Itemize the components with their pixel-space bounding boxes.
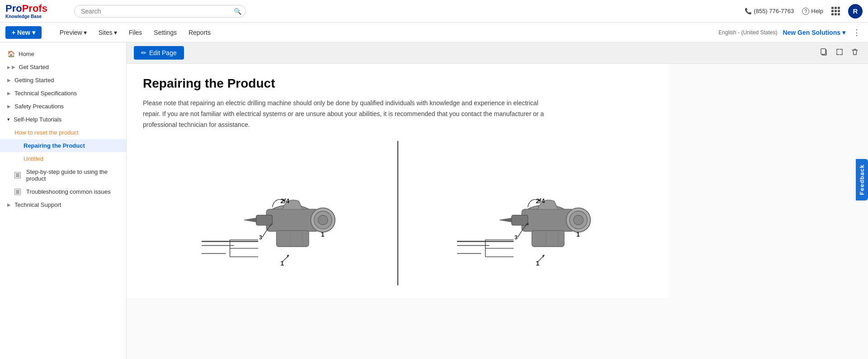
delete-icon-button[interactable]: [849, 46, 861, 60]
nav-preview-label: Preview: [60, 29, 82, 36]
top-nav-right: 📞 (855) 776-7763 ? Help R: [745, 4, 863, 19]
expand-icon: [835, 48, 844, 56]
self-help-chevron-icon: ▾: [7, 117, 10, 122]
sidebar-item-technical-support-label: Technical Support: [14, 201, 61, 208]
nav-sites[interactable]: Sites ▾: [93, 26, 123, 39]
svg-point-39: [573, 215, 583, 225]
sidebar-item-troubleshooting-label: Troubleshooting common issues: [26, 188, 111, 195]
search-bar: 🔍: [74, 5, 246, 18]
sidebar-item-home-label: Home: [19, 51, 34, 57]
help-label: Help: [811, 8, 823, 14]
sidebar-item-troubleshooting[interactable]: Troubleshooting common issues: [0, 185, 126, 198]
sidebar-item-technical-specs-label: Technical Specifications: [14, 90, 77, 97]
nav-files-label: Files: [129, 29, 142, 36]
tech-specs-chevron-icon: ▶: [7, 91, 11, 96]
sites-chevron-icon: ▾: [114, 29, 117, 36]
nav-preview[interactable]: Preview ▾: [54, 26, 92, 39]
step-by-step-doc-icon: [14, 172, 21, 178]
logo-text: ProProfs: [5, 4, 47, 14]
trash-icon: [851, 48, 859, 56]
top-nav: ProProfs Knowledge Base 🔍 📞 (855) 776-77…: [0, 0, 868, 23]
new-chevron-icon: ▾: [32, 29, 35, 36]
page-title: Repairing the Product: [143, 76, 653, 91]
help-link[interactable]: ? Help: [802, 8, 823, 15]
copy-icon: [820, 48, 828, 56]
sidebar-item-getting-started[interactable]: ▶ Getting Started: [0, 74, 126, 87]
feedback-tab[interactable]: Feedback: [856, 159, 868, 200]
nav-sites-label: Sites: [99, 29, 113, 36]
svg-text:2/4: 2/4: [536, 197, 545, 205]
brand-dropdown[interactable]: New Gen Solutions ▾: [783, 29, 845, 36]
drill-panel-right: 3 2/4 1 1: [398, 141, 653, 285]
search-input[interactable]: [74, 5, 246, 18]
svg-marker-12: [244, 218, 256, 222]
content-toolbar: ✏ Edit Page: [127, 42, 868, 64]
nav-settings[interactable]: Settings: [148, 26, 182, 39]
page-content: Repairing the Product Please note that r…: [127, 64, 669, 298]
nav-reports[interactable]: Reports: [183, 26, 216, 39]
main-layout: 🏠 Home ▶ Get Started ▶ Getting Started ▶…: [0, 42, 868, 359]
second-nav-links: Preview ▾ Sites ▾ Files Settings Reports: [54, 26, 216, 39]
pencil-icon: ✏: [141, 49, 146, 56]
sidebar-item-home[interactable]: 🏠 Home: [0, 47, 126, 61]
phone-link[interactable]: 📞 (855) 776-7763: [745, 8, 794, 14]
troubleshooting-doc-icon: [14, 189, 21, 195]
sidebar-item-technical-specs[interactable]: ▶ Technical Specifications: [0, 87, 126, 100]
second-nav: + New ▾ Preview ▾ Sites ▾ Files Settings…: [0, 23, 868, 42]
svg-rect-1: [821, 49, 826, 54]
svg-rect-13: [276, 231, 309, 247]
page-description: Please note that repairing an electric d…: [143, 98, 550, 130]
edit-page-button[interactable]: ✏ Edit Page: [134, 46, 184, 60]
logo: ProProfs Knowledge Base: [5, 4, 47, 19]
new-button[interactable]: + New ▾: [5, 26, 42, 39]
sidebar-item-technical-support[interactable]: ▶ Technical Support: [0, 198, 126, 211]
content-area: ✏ Edit Page: [127, 42, 868, 359]
avatar[interactable]: R: [848, 4, 863, 19]
preview-chevron-icon: ▾: [84, 29, 87, 36]
svg-text:1: 1: [321, 231, 324, 238]
brand-name: New Gen Solutions: [783, 29, 840, 36]
safety-chevron-icon: ▶: [7, 104, 11, 109]
logo-area: ProProfs Knowledge Base: [5, 4, 69, 19]
sidebar-item-repairing-label: Repairing the Product: [24, 142, 85, 149]
more-options-button[interactable]: ⋮: [851, 26, 863, 39]
nav-reports-label: Reports: [189, 29, 211, 36]
expand-icon-button[interactable]: [834, 46, 845, 60]
sidebar-item-safety[interactable]: ▶ Safety Precautions: [0, 100, 126, 113]
nav-files[interactable]: Files: [123, 26, 148, 39]
phone-icon: 📞: [745, 8, 752, 14]
svg-marker-33: [499, 218, 511, 222]
sidebar-item-repairing[interactable]: Repairing the Product: [0, 139, 126, 152]
second-nav-right: English - (United States) New Gen Soluti…: [718, 26, 863, 39]
sidebar: 🏠 Home ▶ Get Started ▶ Getting Started ▶…: [0, 42, 127, 359]
svg-rect-11: [256, 215, 272, 225]
svg-text:2/4: 2/4: [280, 197, 289, 205]
tech-support-chevron-icon: ▶: [7, 202, 11, 207]
sidebar-item-step-by-step[interactable]: Step-by-step guide to using the product: [0, 165, 126, 185]
logo-sub: Knowledge Base: [5, 14, 47, 19]
drill-panel-left: 3 2/4 1 1: [143, 141, 398, 285]
sidebar-item-untitled[interactable]: Untitled: [0, 152, 126, 165]
copy-icon-button[interactable]: [818, 46, 830, 60]
svg-text:3: 3: [259, 235, 262, 241]
sidebar-item-self-help[interactable]: ▾ Self-Help Tutorials: [0, 113, 126, 126]
svg-rect-32: [511, 215, 528, 225]
sidebar-item-safety-label: Safety Precautions: [14, 103, 64, 110]
grid-apps-icon[interactable]: [831, 7, 840, 15]
svg-rect-34: [532, 231, 564, 247]
sidebar-item-get-started[interactable]: ▶ Get Started: [0, 61, 126, 74]
svg-text:1: 1: [576, 231, 580, 238]
svg-point-18: [318, 215, 327, 225]
phone-number: (855) 776-7763: [754, 8, 794, 14]
drill-images: 3 2/4 1 1: [143, 141, 653, 285]
drill-svg-left: 3 2/4 1 1: [193, 150, 347, 276]
drill-svg-right: 3 2/4 1 1: [449, 150, 603, 276]
home-icon: 🏠: [7, 50, 15, 57]
sidebar-item-reset[interactable]: How to reset the product: [0, 126, 126, 139]
help-question-icon: ?: [802, 8, 809, 15]
language-label: English - (United States): [718, 29, 777, 36]
sidebar-item-self-help-label: Self-Help Tutorials: [14, 116, 61, 123]
brand-chevron-icon: ▾: [842, 29, 845, 36]
edit-page-label: Edit Page: [149, 49, 177, 56]
sidebar-item-untitled-label: Untitled: [24, 155, 43, 162]
